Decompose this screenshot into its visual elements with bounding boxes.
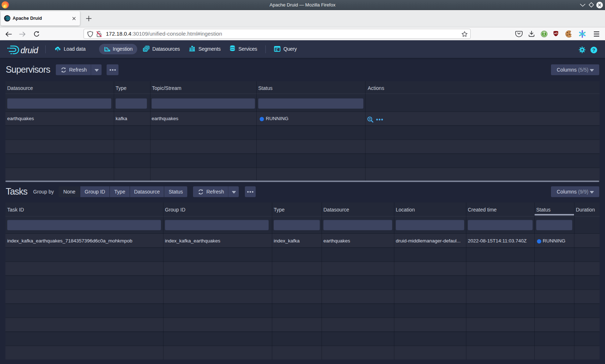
svg-text:uO: uO xyxy=(554,32,558,35)
svg-text:?: ? xyxy=(592,47,595,53)
